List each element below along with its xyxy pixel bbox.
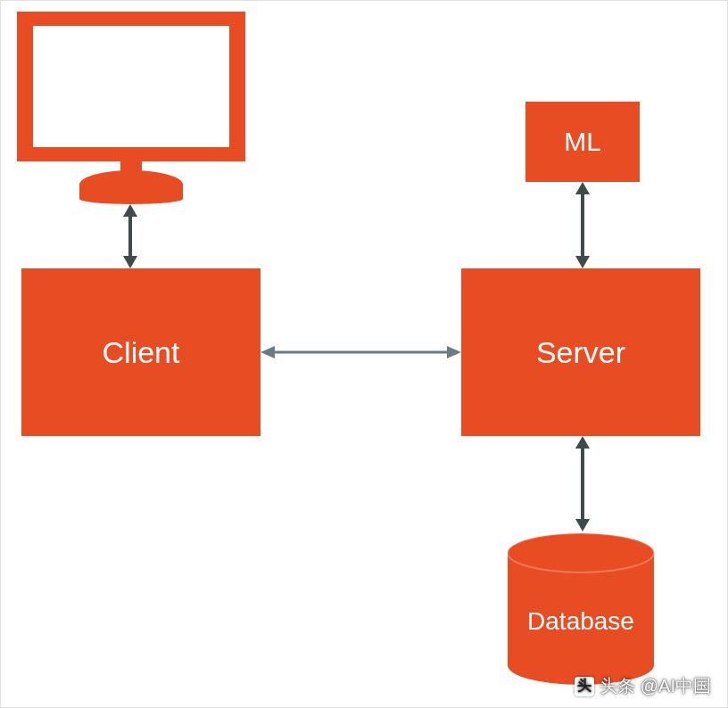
arrow-server-database — [572, 436, 593, 531]
ml-node: ML — [525, 102, 640, 182]
database-label: Database — [527, 607, 634, 635]
svg-marker-18 — [575, 256, 590, 268]
server-label: Server — [536, 335, 625, 370]
svg-marker-14 — [261, 346, 275, 358]
arrow-ml-server — [572, 182, 593, 268]
svg-marker-21 — [575, 519, 590, 531]
arrow-client-server — [261, 342, 461, 363]
svg-point-5 — [79, 193, 183, 204]
svg-marker-11 — [123, 204, 137, 217]
client-node: Client — [21, 268, 261, 436]
svg-marker-20 — [575, 436, 590, 449]
svg-marker-17 — [575, 182, 590, 194]
watermark-handle: @AI中国 — [641, 674, 711, 698]
svg-rect-1 — [33, 26, 229, 147]
database-node: Database — [504, 531, 658, 687]
svg-marker-15 — [447, 346, 461, 358]
watermark-icon: 头 — [575, 677, 594, 696]
server-node: Server — [461, 268, 700, 436]
watermark: 头 头条 @AI中国 — [575, 674, 711, 698]
watermark-prefix: 头条 — [600, 674, 635, 698]
monitor-icon — [15, 10, 247, 204]
arrow-monitor-client — [120, 204, 141, 268]
client-label: Client — [103, 335, 180, 370]
svg-marker-12 — [123, 256, 137, 268]
ml-label: ML — [564, 127, 601, 157]
architecture-diagram: Client Server ML Database — [0, 0, 728, 708]
